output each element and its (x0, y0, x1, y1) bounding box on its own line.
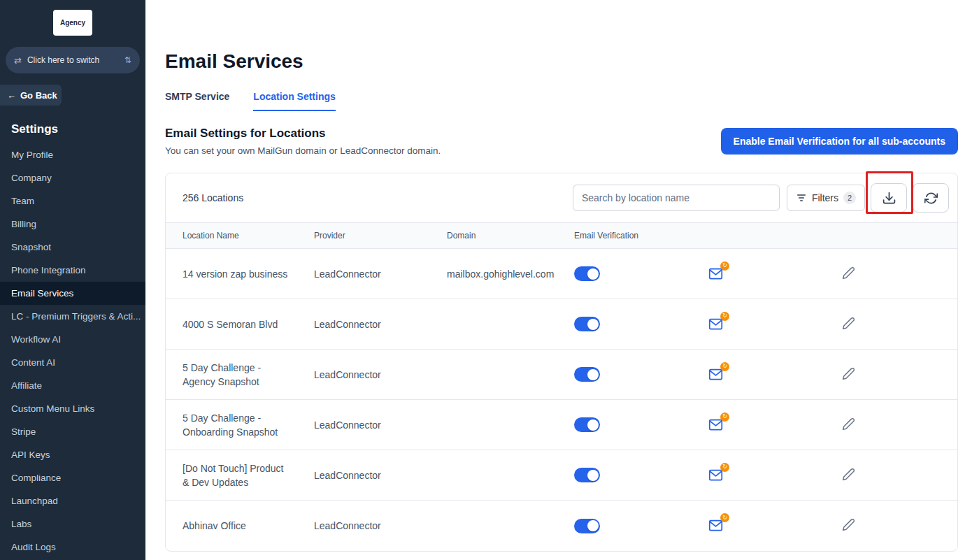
verification-cell: ↻ (574, 266, 941, 282)
provider: LeadConnector (314, 369, 447, 380)
chevron-updown-icon: ⇅ (124, 55, 131, 65)
col-email-verification: Email Verification (574, 231, 941, 240)
sidebar-item-custom-menu-links[interactable]: Custom Menu Links (0, 397, 145, 420)
pencil-icon (842, 367, 855, 380)
location-name: [Do Not Touch] Product & Dev Updates (183, 461, 290, 489)
search-input[interactable] (573, 185, 780, 211)
sidebar-item-audit-logs[interactable]: Audit Logs (0, 536, 145, 559)
pending-badge-icon: ↻ (720, 463, 729, 472)
settings-nav: My Profile Company Team Billing Snapshot… (0, 143, 145, 559)
section-header-text: Email Settings for Locations You can set… (165, 127, 441, 156)
section-header: Email Settings for Locations You can set… (165, 127, 958, 156)
sidebar-item-snapshot[interactable]: Snapshot (0, 236, 145, 259)
domain: mailbox.gohighlevel.com (447, 267, 559, 281)
table-row: Abhinav Office LeadConnector ↻ (166, 501, 957, 551)
verification-cell: ↻ (574, 317, 941, 332)
enable-email-verification-button[interactable]: Enable Email Verification for all sub-ac… (721, 128, 958, 155)
location-name: Abhinav Office (183, 519, 290, 533)
email-status-button[interactable]: ↻ (707, 317, 725, 332)
sidebar-item-email-services[interactable]: Email Services (0, 282, 145, 305)
sidebar-item-team[interactable]: Team (0, 189, 145, 213)
email-verification-toggle[interactable] (574, 317, 600, 331)
sidebar-item-workflow-ai[interactable]: Workflow AI (0, 328, 145, 351)
filters-count-badge: 2 (843, 192, 856, 204)
pending-badge-icon: ↻ (720, 261, 729, 271)
sidebar-item-billing[interactable]: Billing (0, 213, 145, 236)
location-name: 4000 S Semoran Blvd (183, 317, 290, 331)
section-title: Email Settings for Locations (165, 127, 441, 141)
download-icon (882, 191, 896, 206)
toggle-knob (587, 520, 599, 531)
email-status-button[interactable]: ↻ (707, 468, 725, 483)
provider: LeadConnector (314, 520, 447, 531)
location-name: 5 Day Challenge - Onboarding Snapshot (183, 411, 290, 439)
table-header: Location Name Provider Domain Email Veri… (166, 222, 957, 249)
go-back-button[interactable]: ← Go Back (0, 85, 62, 106)
location-name: 14 version zap business (183, 267, 290, 281)
sidebar-item-lc-premium-triggers[interactable]: LC - Premium Triggers & Acti... (0, 305, 145, 328)
sidebar-item-labs[interactable]: Labs (0, 512, 145, 536)
provider: LeadConnector (314, 470, 447, 481)
toggle-knob (587, 470, 599, 481)
toggle-knob (587, 419, 599, 431)
email-status-button[interactable]: ↻ (707, 266, 725, 282)
tab-location-settings[interactable]: Location Settings (253, 91, 335, 111)
sidebar-item-company[interactable]: Company (0, 166, 145, 189)
agency-logo-text: Agency (60, 19, 85, 27)
col-provider: Provider (314, 231, 447, 240)
location-name: 5 Day Challenge - Agency Snapshot (183, 361, 290, 389)
col-location-name: Location Name (183, 231, 314, 240)
table-row: 14 version zap business LeadConnector ma… (166, 249, 957, 299)
sidebar-item-affiliate[interactable]: Affiliate (0, 374, 145, 397)
sidebar-item-launchpad[interactable]: Launchpad (0, 489, 145, 512)
main-content: Email Services SMTP Service Location Set… (145, 0, 979, 560)
email-status-button[interactable]: ↻ (707, 367, 725, 382)
card-toolbar: 256 Locations Filters 2 (166, 173, 957, 222)
edit-button[interactable] (840, 266, 857, 282)
pending-badge-icon: ↻ (720, 412, 729, 422)
sidebar-item-my-profile[interactable]: My Profile (0, 143, 145, 166)
account-switcher[interactable]: ⇄ Click here to switch ⇅ (6, 47, 140, 73)
switch-icon: ⇄ (14, 55, 22, 66)
provider: LeadConnector (314, 319, 447, 330)
sidebar-item-api-keys[interactable]: API Keys (0, 443, 145, 466)
sidebar-item-stripe[interactable]: Stripe (0, 420, 145, 443)
edit-button[interactable] (840, 468, 857, 483)
email-verification-toggle[interactable] (574, 367, 600, 382)
edit-button[interactable] (840, 317, 857, 332)
toggle-knob (587, 369, 599, 380)
col-domain: Domain (447, 231, 574, 240)
verification-cell: ↻ (574, 417, 941, 433)
sidebar-item-phone-integration[interactable]: Phone Integration (0, 259, 145, 282)
table-row: 4000 S Semoran Blvd LeadConnector ↻ (166, 299, 957, 350)
edit-button[interactable] (840, 417, 857, 433)
provider: LeadConnector (314, 268, 447, 280)
email-status-button[interactable]: ↻ (707, 518, 725, 533)
account-switcher-label: Click here to switch (27, 55, 99, 65)
page-title: Email Services (165, 50, 979, 73)
locations-card: 256 Locations Filters 2 Location Name Pr… (165, 173, 958, 552)
email-verification-toggle[interactable] (574, 468, 600, 482)
download-button[interactable] (871, 183, 907, 213)
verification-cell: ↻ (574, 468, 941, 483)
email-verification-toggle[interactable] (574, 266, 600, 281)
agency-logo: Agency (53, 10, 92, 36)
sidebar-item-content-ai[interactable]: Content AI (0, 351, 145, 374)
edit-button[interactable] (840, 518, 857, 533)
sidebar-item-compliance[interactable]: Compliance (0, 466, 145, 489)
edit-button[interactable] (840, 367, 857, 382)
email-verification-toggle[interactable] (574, 417, 600, 432)
email-verification-toggle[interactable] (574, 519, 600, 533)
pending-badge-icon: ↻ (720, 513, 729, 522)
table-row: [Do Not Touch] Product & Dev Updates Lea… (166, 450, 957, 501)
pencil-icon (842, 518, 855, 531)
pencil-icon (842, 266, 855, 280)
refresh-button[interactable] (913, 183, 949, 213)
email-status-button[interactable]: ↻ (707, 417, 725, 433)
filter-icon (796, 192, 807, 203)
filters-button[interactable]: Filters 2 (787, 185, 865, 211)
back-arrow-icon: ← (7, 90, 16, 101)
pending-badge-icon: ↻ (720, 362, 729, 371)
provider: LeadConnector (314, 419, 447, 431)
tab-smtp-service[interactable]: SMTP Service (165, 91, 229, 111)
